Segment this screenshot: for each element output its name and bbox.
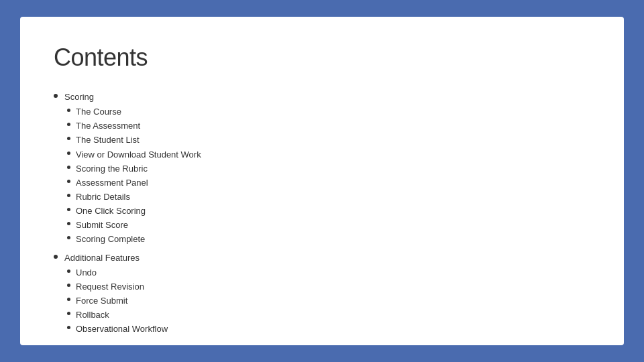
slide-title: Contents (54, 44, 590, 72)
slide: Contents ScoringThe CourseThe Assessment… (20, 17, 624, 345)
content-area: ScoringThe CourseThe AssessmentThe Stude… (54, 90, 590, 337)
bullet-additional-features (54, 255, 58, 259)
sub-item-label: The Assessment (76, 119, 140, 133)
sub-bullet-icon (67, 180, 70, 183)
sub-bullet-icon (67, 222, 70, 225)
top-level-item-additional-features: Additional FeaturesUndoRequest RevisionF… (54, 251, 590, 337)
sub-item-label: Rubric Details (76, 190, 130, 204)
sub-item-label: Undo (76, 266, 97, 280)
sub-item-label: Force Submit (76, 294, 127, 308)
sub-item-label: Rollback (76, 308, 109, 322)
list-item: View or Download Student Work (67, 148, 201, 162)
list-item: Scoring Complete (67, 233, 201, 246)
list-item: Scoring the Rubric (67, 162, 201, 176)
sub-item-label: Submit Score (76, 219, 128, 232)
sub-bullet-icon (67, 298, 70, 301)
sub-bullet-icon (67, 269, 70, 273)
sub-bullet-icon (67, 109, 70, 112)
sub-bullet-icon (67, 284, 70, 287)
sub-item-label: Scoring Complete (76, 233, 145, 246)
list-item: Submit Score (67, 219, 201, 232)
list-item: Rollback (67, 308, 168, 322)
list-item: The Course (67, 105, 201, 119)
sub-list-additional-features: UndoRequest RevisionForce SubmitRollback… (67, 266, 168, 337)
list-item: Assessment Panel (67, 176, 201, 190)
sub-item-label: Observational Workflow (76, 322, 168, 336)
sub-bullet-icon (67, 208, 70, 211)
top-level-list: ScoringThe CourseThe AssessmentThe Stude… (54, 90, 590, 337)
sub-item-label: The Student List (76, 133, 140, 147)
list-item: Undo (67, 266, 168, 280)
sub-bullet-icon (67, 312, 70, 315)
label-scoring: Scoring (64, 90, 94, 104)
sub-list-scoring: The CourseThe AssessmentThe Student List… (67, 105, 201, 247)
sub-item-label: Assessment Panel (76, 176, 148, 190)
sub-bullet-icon (67, 123, 70, 126)
sub-bullet-icon (67, 326, 70, 329)
sub-bullet-icon (67, 152, 70, 155)
list-item: Rubric Details (67, 190, 201, 204)
sub-item-label: View or Download Student Work (76, 148, 201, 162)
sub-item-label: Request Revision (76, 280, 144, 294)
list-item: One Click Scoring (67, 204, 201, 218)
sub-bullet-icon (67, 137, 70, 140)
sub-item-label: Scoring the Rubric (76, 162, 148, 176)
bullet-scoring (54, 94, 58, 98)
list-item: The Assessment (67, 119, 201, 133)
sub-bullet-icon (67, 166, 70, 169)
label-additional-features: Additional Features (64, 251, 140, 265)
sub-bullet-icon (67, 236, 70, 239)
sub-item-label: The Course (76, 105, 121, 119)
list-item: Force Submit (67, 294, 168, 308)
top-level-item-scoring: ScoringThe CourseThe AssessmentThe Stude… (54, 90, 590, 247)
list-item: The Student List (67, 133, 201, 147)
sub-bullet-icon (67, 194, 70, 197)
list-item: Request Revision (67, 280, 168, 294)
list-item: Observational Workflow (67, 322, 168, 336)
sub-item-label: One Click Scoring (76, 204, 146, 218)
